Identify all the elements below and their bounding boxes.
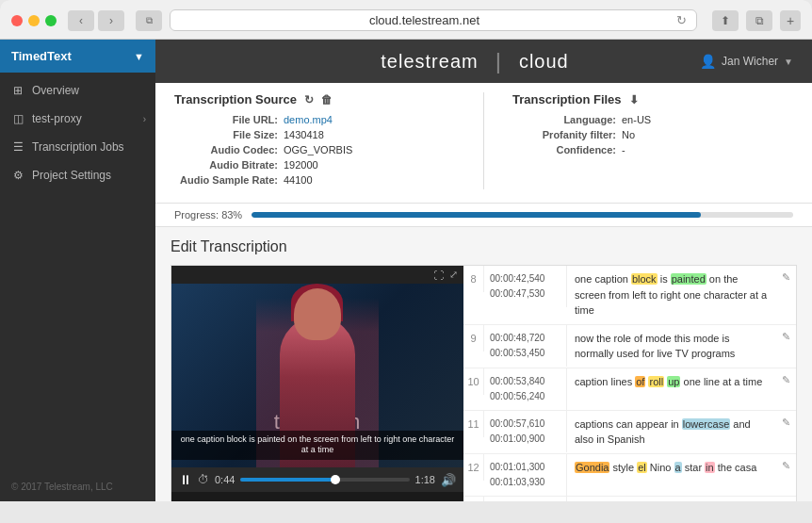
edit-body: ⛶ ⤢ tele eam <box>171 265 797 501</box>
expand-icon[interactable]: ⛶ <box>433 270 444 281</box>
settings-icon: ⚙ <box>11 169 24 182</box>
sidebar-item-label: Overview <box>32 84 79 97</box>
sidebar-footer: © 2017 Telestream, LLC <box>0 472 155 501</box>
browser-actions: ⬆ ⧉ <box>712 10 772 31</box>
caption-edit-button[interactable]: ✎ <box>775 325 796 349</box>
caption-row: 900:00:48,72000:00:53,450now the role of… <box>463 325 796 368</box>
caption-times: 00:00:53,84000:00:56,240 <box>484 368 567 410</box>
sidebar-chevron-icon: ▼ <box>134 51 144 62</box>
sidebar-item-label: Project Settings <box>32 169 111 182</box>
captions-panel: 800:00:42,54000:00:47,530one caption blo… <box>463 266 796 501</box>
main-wrapper: telestream | cloud 👤 Jan Wicher ▼ Transc… <box>155 40 812 501</box>
minimize-button[interactable] <box>28 15 40 26</box>
caption-time-start: 00:00:42,540 <box>490 271 560 286</box>
new-tab-button[interactable]: + <box>780 10 801 31</box>
forward-button[interactable]: › <box>98 10 124 31</box>
caption-text: one caption block is painted on the scre… <box>567 266 775 324</box>
logo-divider: | <box>495 48 502 74</box>
crop-icon[interactable]: ⤢ <box>449 269 458 281</box>
audio-codec-row: Audio Codec: OGG_VORBIS <box>174 144 455 155</box>
sidebar-item-test-proxy[interactable]: ◫ test-proxy › <box>0 105 155 133</box>
sidebar-item-transcription-jobs[interactable]: ☰ Transcription Jobs <box>0 133 155 161</box>
close-button[interactable] <box>11 15 23 26</box>
download-files-icon[interactable]: ⬇ <box>629 93 639 106</box>
panel-divider <box>483 92 484 189</box>
caption-highlight: block <box>631 273 658 285</box>
edit-title: Edit Transcription <box>171 238 797 255</box>
file-size-value: 1430418 <box>284 129 324 140</box>
info-panels: Transcription Source ↻ 🗑 File URL: demo.… <box>155 83 812 204</box>
file-url-value[interactable]: demo.mp4 <box>284 114 333 125</box>
video-progress-bar[interactable] <box>240 478 409 482</box>
confidence-label: Confidence: <box>512 144 616 155</box>
sidebar-nav: ⊞ Overview ◫ test-proxy › ☰ Transcriptio… <box>0 73 155 472</box>
caption-row: 1000:00:53,84000:00:56,240caption lines … <box>463 368 796 411</box>
sidebar-header[interactable]: TimedText ▼ <box>0 40 155 73</box>
caption-edit-button[interactable]: ✎ <box>775 497 796 502</box>
arrow-icon: › <box>143 114 146 124</box>
transcription-source-panel: Transcription Source ↻ 🗑 File URL: demo.… <box>174 92 455 189</box>
traffic-lights <box>11 15 57 26</box>
share-button[interactable]: ⬆ <box>712 10 739 31</box>
caption-times: 00:01:04,07300:01:05,650 <box>484 497 567 502</box>
delete-source-icon[interactable]: 🗑 <box>321 93 333 106</box>
sidebar-item-overview[interactable]: ⊞ Overview <box>0 76 155 105</box>
sidebar-item-project-settings[interactable]: ⚙ Project Settings <box>0 161 155 189</box>
caption-text: caption lines of roll up one line at a t… <box>567 368 775 396</box>
language-label: Language: <box>512 114 616 125</box>
caption-time-end: 00:00:56,240 <box>490 389 560 404</box>
refresh-icon[interactable]: ↻ <box>676 13 687 27</box>
edit-transcription-section: Edit Transcription ⛶ ⤢ tele eam <box>155 227 812 501</box>
caption-edit-button[interactable]: ✎ <box>775 454 796 478</box>
profanity-label: Profanity filter: <box>512 129 616 140</box>
video-caption-overlay: one caption block is painted on the scre… <box>171 431 463 460</box>
profanity-row: Profanity filter: No <box>512 129 793 140</box>
tab-view-button[interactable]: ⧉ <box>136 10 162 31</box>
app-container: TimedText ▼ ⊞ Overview ◫ test-proxy › ☰ … <box>0 40 812 501</box>
caption-times: 00:00:57,61000:01:00,900 <box>484 411 567 452</box>
sidebar-item-label: Transcription Jobs <box>32 140 124 154</box>
caption-highlight: up <box>667 376 680 387</box>
caption-edit-button[interactable]: ✎ <box>775 266 796 289</box>
pause-button[interactable]: ⏸ <box>179 472 192 487</box>
jobs-icon: ☰ <box>11 140 24 154</box>
caption-time-end: 00:00:47,530 <box>490 286 560 302</box>
video-toolbar: ⛶ ⤢ <box>171 266 463 284</box>
user-icon: 👤 <box>700 54 716 69</box>
new-window-button[interactable]: ⧉ <box>746 10 772 31</box>
user-chevron-icon: ▼ <box>784 57 793 67</box>
confidence-value: - <box>622 144 625 155</box>
timer-icon[interactable]: ⏱ <box>198 473 209 486</box>
topbar-user[interactable]: 👤 Jan Wicher ▼ <box>700 54 793 69</box>
maximize-button[interactable] <box>45 15 57 26</box>
caption-number: 11 <box>463 411 484 437</box>
audio-bitrate-row: Audio Bitrate: 192000 <box>174 159 455 171</box>
audio-sample-row: Audio Sample Rate: 44100 <box>174 174 455 186</box>
audio-codec-value: OGG_VORBIS <box>284 144 352 155</box>
progress-bar-section: Progress: 83% <box>155 204 812 227</box>
transcription-files-panel: Transcription Files ⬇ Language: en-US Pr… <box>512 92 793 189</box>
video-controls: ⏸ ⏱ 0:44 1:18 🔊 <box>171 467 463 492</box>
caption-time-end: 00:01:00,900 <box>490 432 560 447</box>
caption-times: 00:01:01,30000:01:03,930 <box>484 454 567 496</box>
caption-text: and in French <box>567 497 775 502</box>
caption-number: 13 <box>463 497 484 502</box>
back-button[interactable]: ‹ <box>68 10 94 31</box>
file-url-label: File URL: <box>174 114 278 125</box>
proxy-icon: ◫ <box>11 112 24 125</box>
language-value: en-US <box>622 114 651 125</box>
caption-time-end: 00:01:03,930 <box>490 475 560 490</box>
file-size-row: File Size: 1430418 <box>174 129 455 140</box>
caption-row: 1300:01:04,07300:01:05,650and in French✎ <box>463 497 796 502</box>
video-progress-thumb[interactable] <box>331 475 340 484</box>
caption-edit-button[interactable]: ✎ <box>775 368 796 392</box>
caption-highlight: lowercase <box>682 418 731 430</box>
caption-text: now the role of mode this mode is normal… <box>567 325 775 368</box>
caption-row: 1200:01:01,30000:01:03,930Gondia style e… <box>463 454 796 497</box>
video-area[interactable]: tele eam one capti <box>171 284 463 467</box>
address-bar[interactable]: cloud.telestream.net ↻ <box>170 9 697 31</box>
volume-icon[interactable]: 🔊 <box>441 473 456 487</box>
refresh-source-icon[interactable]: ↻ <box>304 93 314 106</box>
caption-highlight: of <box>635 376 645 387</box>
caption-edit-button[interactable]: ✎ <box>775 411 796 434</box>
